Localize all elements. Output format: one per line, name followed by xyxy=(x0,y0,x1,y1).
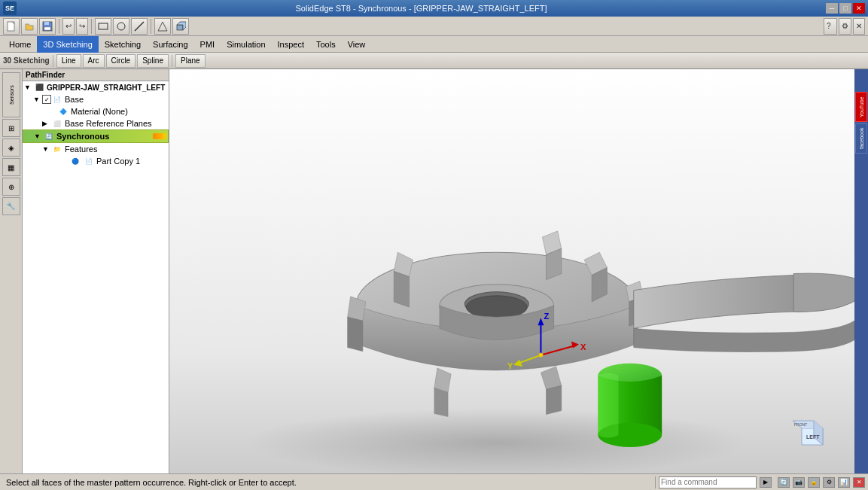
expand-base[interactable]: ▼ xyxy=(33,96,42,103)
left-icon-1[interactable]: ⊞ xyxy=(2,119,20,137)
toolbar-separator-3 xyxy=(151,19,151,34)
expand-root[interactable]: ▼ xyxy=(24,84,33,91)
restore-button[interactable]: □ xyxy=(839,3,851,14)
settings-button[interactable]: ⚙ xyxy=(839,18,851,35)
close-button[interactable]: ✕ xyxy=(853,3,865,14)
status-right: 🔄 📷 🔒 ⚙ 📊 ✕ xyxy=(775,477,868,488)
minimize-button[interactable]: ─ xyxy=(826,3,838,14)
svg-text:FRONT: FRONT xyxy=(794,422,807,427)
circle-button[interactable] xyxy=(113,18,129,35)
facebook-button[interactable]: facebook xyxy=(855,123,867,154)
svg-point-5 xyxy=(117,23,125,30)
status-icon-1[interactable]: 🔄 xyxy=(778,477,790,488)
titlebar-left: SE xyxy=(3,2,17,15)
partcopy-icon: 🔵 xyxy=(69,156,81,166)
ribbon-btn-5[interactable]: Plane xyxy=(175,54,206,68)
social-bar: YouTube facebook xyxy=(854,69,868,473)
new-button[interactable] xyxy=(3,18,20,35)
tree-label-base: Base xyxy=(65,95,84,104)
ribbon-btn-4[interactable]: Spline xyxy=(137,54,169,68)
status-icon-5[interactable]: 📊 xyxy=(838,477,850,488)
status-icon-close[interactable]: ✕ xyxy=(853,477,865,488)
menu-pmi[interactable]: PMI xyxy=(194,36,221,53)
tree-item-material[interactable]: 🔷 Material (None) xyxy=(23,105,169,117)
sensors-tab[interactable]: Sensors xyxy=(2,72,20,117)
base-checkbox[interactable]: ✓ xyxy=(42,95,51,104)
svg-point-15 xyxy=(466,296,527,318)
app-icon: SE xyxy=(3,2,17,15)
expand-features[interactable]: ▼ xyxy=(42,145,51,153)
ribbon-btn-1[interactable]: Line xyxy=(56,54,81,68)
command-search-input[interactable] xyxy=(659,476,757,488)
svg-line-6 xyxy=(135,22,144,31)
pathfinder: PathFinder ▼ ⬛ GRIPPER-JAW_STRAIGHT_LEFT… xyxy=(23,69,169,473)
features-icon: 📁 xyxy=(51,144,63,154)
tree-item-features[interactable]: ▼ 📁 Features xyxy=(23,143,169,155)
base-icon: 📄 xyxy=(51,94,63,105)
viewport[interactable]: Z X Y LEFT FRO xyxy=(169,69,854,473)
tree-label-refplanes: Base Reference Planes xyxy=(65,119,152,128)
left-panel: Sensors ⊞ ◈ ▦ ⊕ 🔧 xyxy=(0,69,23,473)
ribbon-separator-2 xyxy=(172,55,172,67)
svg-text:LEFT: LEFT xyxy=(806,434,820,440)
status-search: ▶ xyxy=(656,476,775,488)
left-icon-3[interactable]: ▦ xyxy=(2,158,20,176)
menu-view[interactable]: View xyxy=(342,36,372,53)
tree-item-synchronous[interactable]: ▼ 🔄 Synchronous xyxy=(23,129,169,143)
menubar: Home 3D Sketching Sketching Surfacing PM… xyxy=(0,36,868,53)
toolbar-separator-2 xyxy=(91,19,92,34)
svg-text:X: X xyxy=(580,342,586,352)
circle-icon xyxy=(116,21,126,32)
viewcube[interactable]: LEFT FRONT xyxy=(787,417,836,458)
status-icon-3[interactable]: 🔒 xyxy=(808,477,820,488)
open-button[interactable] xyxy=(21,18,38,35)
menu-3d-sketching[interactable]: 3D Sketching xyxy=(37,36,98,53)
extrude-icon xyxy=(175,21,186,32)
tree-item-root[interactable]: ▼ ⬛ GRIPPER-JAW_STRAIGHT_LEFT xyxy=(23,81,169,93)
rectangle-button[interactable] xyxy=(95,18,111,35)
svg-marker-7 xyxy=(158,22,167,31)
expand-refplanes[interactable]: ▶ xyxy=(42,120,51,127)
left-icon-4[interactable]: ⊕ xyxy=(2,178,20,196)
undo-button[interactable]: ↩ xyxy=(62,18,75,35)
save-button[interactable] xyxy=(39,18,56,35)
youtube-button[interactable]: YouTube xyxy=(855,92,867,122)
sketch-icon xyxy=(157,21,168,32)
menu-simulation[interactable]: Simulation xyxy=(221,36,271,53)
menu-home[interactable]: Home xyxy=(3,36,37,53)
toolbar-row1: ↩ ↪ ? ⚙ ✕ xyxy=(0,17,868,36)
3d-scene: Z X Y xyxy=(169,69,854,473)
status-icon-2[interactable]: 📷 xyxy=(793,477,805,488)
svg-text:Y: Y xyxy=(507,361,513,370)
tree-item-partcopy[interactable]: 🔵 📄 Part Copy 1 xyxy=(23,155,169,167)
left-icon-5[interactable]: 🔧 xyxy=(2,197,20,215)
redo-button[interactable]: ↪ xyxy=(76,18,88,35)
main-area: Sensors ⊞ ◈ ▦ ⊕ 🔧 PathFinder ▼ ⬛ GRIPPER… xyxy=(0,69,868,473)
line-button[interactable] xyxy=(131,18,148,35)
tree-item-base[interactable]: ▼ ✓ 📄 Base xyxy=(23,93,169,105)
help-button[interactable]: ? xyxy=(824,18,837,35)
menu-tools[interactable]: Tools xyxy=(310,36,342,53)
expand-synchronous[interactable]: ▼ xyxy=(34,132,43,140)
left-icon-2[interactable]: ◈ xyxy=(2,138,20,157)
synchronous-badge xyxy=(153,133,166,139)
search-go-icon[interactable]: ▶ xyxy=(760,477,772,488)
status-icon-4[interactable]: ⚙ xyxy=(823,477,835,488)
tree-label-synchronous: Synchronous xyxy=(56,132,109,141)
statusbar: Select all faces of the master pattern o… xyxy=(0,473,868,490)
titlebar-controls: ─ □ ✕ xyxy=(826,3,865,14)
ribbon: 30 Sketching Line Arc Circle Spline Plan… xyxy=(0,53,868,69)
tb-close[interactable]: ✕ xyxy=(853,18,865,35)
menu-inspect[interactable]: Inspect xyxy=(272,36,310,53)
sketch-btn[interactable] xyxy=(154,18,171,35)
synchronous-icon: 🔄 xyxy=(43,131,55,142)
ribbon-btn-3[interactable]: Circle xyxy=(106,54,136,68)
tree-item-refplanes[interactable]: ▶ ⬜ Base Reference Planes xyxy=(23,117,169,129)
svg-point-27 xyxy=(538,353,543,358)
tree-label-partcopy: Part Copy 1 xyxy=(96,157,140,166)
ribbon-btn-2[interactable]: Arc xyxy=(83,54,105,68)
extrude-button[interactable] xyxy=(172,18,189,35)
menu-sketching[interactable]: Sketching xyxy=(99,36,147,53)
menu-surfacing[interactable]: Surfacing xyxy=(147,36,193,53)
tree-label-root: GRIPPER-JAW_STRAIGHT_LEFT xyxy=(47,84,165,92)
